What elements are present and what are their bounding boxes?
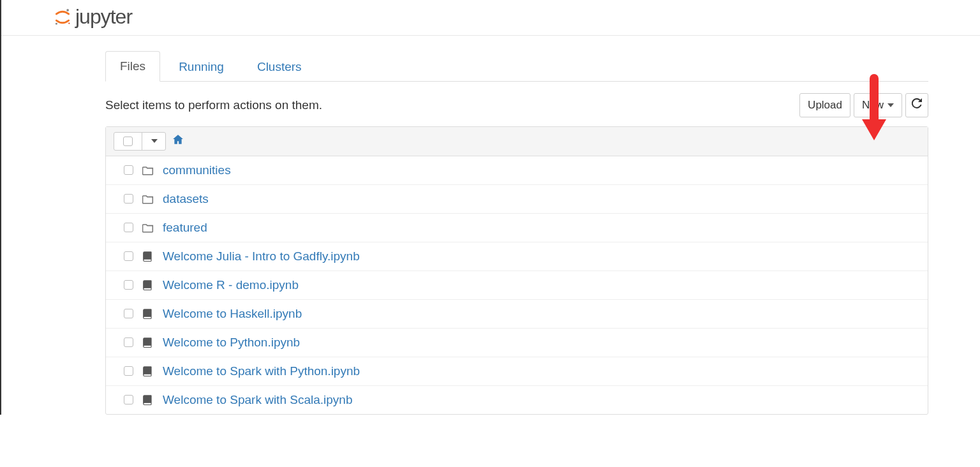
refresh-button[interactable] xyxy=(905,93,928,117)
item-checkbox[interactable] xyxy=(124,309,133,318)
item-link[interactable]: Welcome R - demo.ipynb xyxy=(163,278,299,292)
item-checkbox[interactable] xyxy=(124,165,133,175)
jupyter-icon xyxy=(54,8,71,26)
list-item: featured xyxy=(106,214,928,242)
tab-running[interactable]: Running xyxy=(164,52,239,82)
item-checkbox[interactable] xyxy=(124,395,133,404)
item-link[interactable]: Welcome to Python.ipynb xyxy=(163,336,300,350)
logo-text: jupyter xyxy=(75,5,132,29)
main-tabs: Files Running Clusters xyxy=(105,51,928,82)
folder-icon xyxy=(142,193,154,205)
item-link[interactable]: communities xyxy=(163,163,231,177)
home-icon[interactable] xyxy=(172,134,184,149)
list-item: Welcome to Spark with Scala.ipynb xyxy=(106,386,928,414)
notebook-icon xyxy=(142,366,154,377)
item-checkbox[interactable] xyxy=(124,194,133,204)
list-item: Welcome to Spark with Python.ipynb xyxy=(106,357,928,386)
caret-down-icon xyxy=(151,139,158,143)
item-link[interactable]: Welcome to Spark with Python.ipynb xyxy=(163,364,360,378)
upload-button[interactable]: Upload xyxy=(799,93,850,117)
refresh-icon xyxy=(912,98,922,113)
item-checkbox[interactable] xyxy=(124,366,133,376)
svg-point-2 xyxy=(68,22,70,24)
select-all-checkbox-cell[interactable] xyxy=(114,133,142,150)
file-browser: communitiesdatasetsfeaturedWelcome Julia… xyxy=(105,126,928,415)
select-all-checkbox[interactable] xyxy=(123,137,133,146)
list-item: Welcome R - demo.ipynb xyxy=(106,271,928,300)
item-link[interactable]: Welcome to Haskell.ipynb xyxy=(163,307,302,321)
caret-down-icon xyxy=(887,103,894,107)
svg-point-1 xyxy=(56,22,57,24)
item-link[interactable]: Welcome to Spark with Scala.ipynb xyxy=(163,393,352,407)
new-button[interactable]: New xyxy=(854,93,902,117)
notebook-icon xyxy=(142,308,154,320)
select-all-group xyxy=(114,132,166,151)
toolbar: Select items to perform actions on them.… xyxy=(105,82,928,126)
list-item: Welcome to Python.ipynb xyxy=(106,329,928,357)
item-checkbox[interactable] xyxy=(124,337,133,347)
folder-icon xyxy=(142,222,154,234)
svg-point-0 xyxy=(66,9,69,11)
item-link[interactable]: Welcome Julia - Intro to Gadfly.ipynb xyxy=(163,249,360,263)
notebook-icon xyxy=(142,279,154,291)
list-item: datasets xyxy=(106,185,928,214)
action-buttons: Upload New xyxy=(799,93,928,117)
new-button-label: New xyxy=(862,98,884,113)
item-checkbox[interactable] xyxy=(124,223,133,232)
tab-files[interactable]: Files xyxy=(105,51,160,82)
item-link[interactable]: datasets xyxy=(163,192,209,206)
jupyter-logo[interactable]: jupyter xyxy=(54,5,980,29)
notebook-icon xyxy=(142,251,154,262)
notebook-icon xyxy=(142,394,154,406)
item-checkbox[interactable] xyxy=(124,280,133,290)
notebook-icon xyxy=(142,337,154,348)
list-item: Welcome Julia - Intro to Gadfly.ipynb xyxy=(106,242,928,271)
item-link[interactable]: featured xyxy=(163,221,207,235)
item-checkbox[interactable] xyxy=(124,251,133,261)
helper-text: Select items to perform actions on them. xyxy=(105,98,322,112)
breadcrumb-row xyxy=(106,127,928,156)
list-item: Welcome to Haskell.ipynb xyxy=(106,300,928,329)
list-item: communities xyxy=(106,156,928,185)
folder-icon xyxy=(142,165,154,176)
select-dropdown[interactable] xyxy=(142,133,165,150)
app-header: jupyter xyxy=(1,0,980,36)
tab-clusters[interactable]: Clusters xyxy=(242,52,316,82)
